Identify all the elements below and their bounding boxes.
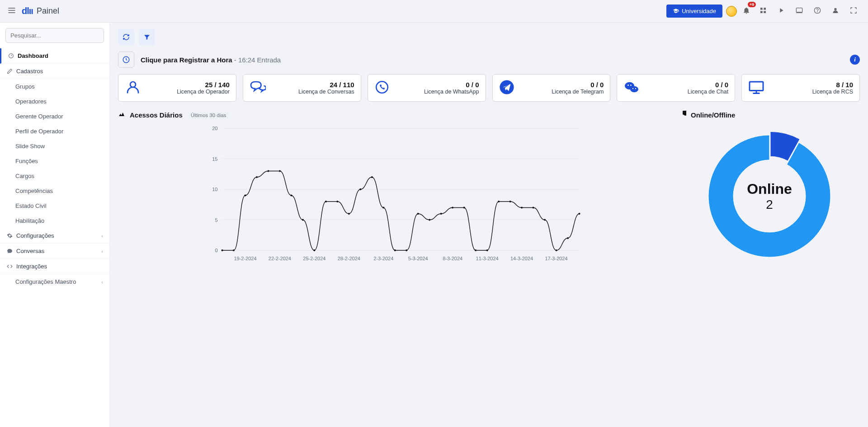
svg-point-76 [567,237,569,239]
filter-icon [143,33,151,41]
svg-text:17-3-2024: 17-3-2024 [545,256,567,261]
svg-text:20: 20 [212,126,217,131]
line-chart-title: Acessos Diários [130,111,183,119]
svg-rect-5 [760,11,763,13]
license-card-whatsapp: 0 / 0Licença de WhatsApp [368,74,486,102]
universidade-button[interactable]: Universidade [666,5,722,18]
gear-icon [6,233,13,239]
user-button[interactable] [828,3,843,19]
sidebar-item-conversas[interactable]: Conversas ‹ [0,244,109,259]
sidebar-item-label: Configurações [16,232,54,239]
svg-point-67 [463,207,465,209]
card-label: Licença de WhatsApp [394,89,479,95]
svg-point-66 [452,207,453,209]
card-value: 0 / 0 [394,81,479,89]
license-card-monitor: 8 / 10Licença de RCS [741,74,860,102]
sidebar-item-integracoes[interactable]: Integrações [0,259,109,274]
svg-point-77 [579,213,580,215]
svg-text:2-3-2024: 2-3-2024 [373,256,393,261]
filter-button[interactable] [139,29,155,45]
svg-point-62 [406,249,407,251]
card-label: Licença de Conversas [270,89,354,95]
menu-toggle-button[interactable] [7,6,16,16]
help-button[interactable] [810,3,825,19]
card-label: Licença de Telegram [519,89,604,95]
svg-point-47 [233,249,235,251]
svg-point-51 [279,170,281,172]
svg-point-14 [130,82,136,87]
coin-icon[interactable] [726,6,737,17]
chevron-left-icon: ‹ [101,279,103,285]
play-button[interactable] [774,3,788,19]
search-input[interactable] [5,28,104,43]
sidebar-item-label: Cadastros [16,68,43,75]
user-icon [125,79,141,97]
sidebar-sub-slide-show[interactable]: Slide Show [0,139,109,154]
area-chart-icon [118,111,125,119]
clock-icon [122,56,130,64]
main-content: Clique para Registrar a Hora - 16:24 Ent… [110,23,868,427]
clock-register-button[interactable] [118,52,134,68]
svg-rect-6 [764,11,766,13]
grid-apps-button[interactable] [756,3,770,19]
sidebar-sub-grupos[interactable]: Grupos [0,79,109,94]
svg-point-63 [417,213,419,215]
code-icon [6,263,13,269]
card-value: 0 / 0 [519,81,604,89]
display-button[interactable] [792,3,807,19]
topbar: dlıı Painel Universidade +9 [0,0,868,23]
svg-text:28-2-2024: 28-2-2024 [338,256,360,261]
edit-icon [6,68,13,74]
sidebar-sub-config-maestro[interactable]: Configurações Maestro ‹ [0,274,109,289]
chevron-left-icon: ‹ [101,249,103,254]
svg-point-75 [556,249,557,251]
svg-point-52 [290,195,292,197]
chat-icon [6,248,13,254]
svg-point-64 [429,219,430,221]
refresh-icon [123,33,130,41]
card-label: Licença de RCS [769,89,853,95]
sidebar-sub-cargos[interactable]: Cargos [0,169,109,183]
card-label: Licença de Operador [146,89,230,95]
chevron-left-icon: ‹ [101,233,103,239]
sidebar-sub-operadores[interactable]: Operadores [0,94,109,109]
svg-point-50 [267,170,269,172]
svg-point-18 [630,86,638,93]
svg-text:14-3-2024: 14-3-2024 [510,256,533,261]
sidebar-sub-competencias[interactable]: Competências [0,183,109,198]
refresh-button[interactable] [118,29,134,45]
sidebar-sub-estado-civil[interactable]: Estado Civil [0,198,109,213]
notifications-button[interactable]: +9 [741,5,752,18]
svg-point-21 [632,88,633,89]
help-icon [814,7,821,14]
sidebar-item-label: Conversas [16,248,44,254]
play-icon [778,7,785,14]
sidebar-sub-gerente-operador[interactable]: Gerente Operador [0,109,109,124]
sidebar-sub-funcoes[interactable]: Funções [0,154,109,169]
bell-icon [742,6,750,14]
sidebar-item-dashboard[interactable]: Dashboard [0,48,109,64]
svg-rect-4 [764,8,766,10]
svg-point-74 [544,219,546,221]
monitor-icon [748,79,764,97]
notifications-badge: +9 [748,2,756,7]
expand-icon [850,7,857,14]
fullscreen-button[interactable] [846,3,861,19]
svg-point-73 [533,207,534,209]
grid-icon [760,7,767,14]
clock-text: Clique para Registrar a Hora - 16:24 Ent… [141,56,281,64]
svg-point-53 [302,219,304,221]
svg-point-55 [325,201,327,202]
svg-text:8-3-2024: 8-3-2024 [443,256,462,261]
sidebar-sub-perfil-operador[interactable]: Perfil de Operador [0,124,109,139]
dashboard-icon [8,53,14,59]
messages-icon [250,79,266,97]
telegram-icon [499,80,514,96]
info-button[interactable]: i [850,55,860,65]
line-chart-panel: Acessos Diários Últimos 30 dias 05101520… [118,111,670,268]
brand-logo: dlıı [22,6,33,16]
sidebar-sub-habilitacao[interactable]: Habilitação [0,213,109,228]
sidebar-item-cadastros[interactable]: Cadastros [0,64,109,79]
svg-point-10 [817,12,818,12]
sidebar-item-configuracoes[interactable]: Configurações ‹ [0,228,109,244]
